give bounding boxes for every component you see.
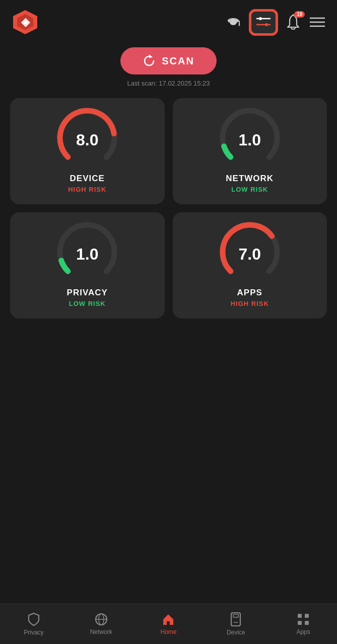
svg-point-7	[259, 17, 262, 20]
gauge-privacy: 1.0	[52, 224, 122, 280]
card-risk-apps: HIGH RISK	[231, 300, 269, 307]
nav-item-privacy[interactable]: Privacy	[0, 612, 68, 636]
nav-label-network: Network	[90, 628, 112, 635]
svg-rect-21	[231, 613, 240, 626]
card-title-network: NETWORK	[226, 174, 274, 184]
nav-item-apps[interactable]: Apps	[269, 613, 337, 635]
card-risk-device: HIGH RISK	[68, 186, 106, 193]
controls-icon	[256, 16, 271, 28]
card-title-device: DEVICE	[70, 174, 105, 184]
scan-button[interactable]: SCAN	[120, 47, 217, 74]
card-title-apps: APPS	[237, 288, 262, 298]
gauge-network: 1.0	[215, 110, 285, 166]
notification-badge: 19	[294, 11, 305, 18]
card-risk-privacy: LOW RISK	[69, 300, 106, 307]
card-device[interactable]: 8.0DEVICEHIGH RISK	[10, 98, 165, 204]
svg-rect-25	[305, 614, 309, 618]
card-risk-network: LOW RISK	[231, 186, 268, 193]
svg-rect-27	[305, 621, 309, 625]
svg-rect-26	[298, 621, 302, 625]
home-icon	[162, 613, 175, 626]
card-network[interactable]: 1.0NETWORKLOW RISK	[173, 98, 327, 204]
logo-button[interactable]: ◈	[12, 9, 38, 35]
shield-icon	[28, 612, 40, 626]
logo-icon: ◈	[12, 9, 38, 35]
last-scan-text: Last scan: 17.02.2025 15:23	[127, 79, 210, 87]
nav-label-home: Home	[160, 628, 176, 635]
svg-marker-17	[149, 54, 153, 58]
nav-item-network[interactable]: Network	[68, 613, 135, 635]
header: ◈	[0, 0, 337, 42]
svg-rect-24	[298, 614, 302, 618]
card-apps[interactable]: 7.0APPSHIGH RISK	[173, 212, 327, 318]
menu-button[interactable]	[310, 17, 325, 28]
nav-label-apps: Apps	[296, 628, 310, 635]
gauge-value-network: 1.0	[239, 131, 261, 149]
header-actions: 19	[225, 11, 325, 34]
card-privacy[interactable]: 1.0PRIVACYLOW RISK	[10, 212, 165, 318]
svg-text:◈: ◈	[21, 16, 30, 28]
gauge-value-device: 8.0	[76, 131, 98, 149]
nav-label-privacy: Privacy	[24, 629, 43, 636]
hamburger-icon	[310, 17, 325, 28]
svg-rect-22	[233, 614, 238, 617]
nav-item-device[interactable]: Device	[202, 612, 269, 636]
gauge-device: 8.0	[52, 110, 122, 166]
graduation-cap-icon	[225, 14, 241, 30]
gauge-apps: 7.0	[215, 224, 285, 280]
bottom-nav: Privacy Network Home Device	[0, 604, 337, 644]
refresh-icon	[143, 54, 156, 67]
nav-label-device: Device	[227, 629, 245, 636]
svg-point-10	[265, 23, 268, 26]
globe-icon	[95, 613, 108, 626]
device-icon	[230, 612, 241, 626]
education-button[interactable]	[225, 14, 241, 30]
scan-section: SCAN Last scan: 17.02.2025 15:23	[0, 47, 337, 87]
cards-grid: 8.0DEVICEHIGH RISK 1.0NETWORKLOW RISK 1.…	[0, 90, 337, 329]
card-title-privacy: PRIVACY	[67, 288, 108, 298]
gauge-value-privacy: 1.0	[76, 245, 98, 264]
gauge-value-apps: 7.0	[239, 245, 261, 264]
controls-button[interactable]	[250, 11, 277, 34]
svg-point-6	[239, 25, 240, 26]
nav-item-home[interactable]: Home	[135, 613, 203, 635]
apps-icon	[297, 613, 310, 626]
notification-bell-wrapper: 19	[286, 14, 301, 30]
